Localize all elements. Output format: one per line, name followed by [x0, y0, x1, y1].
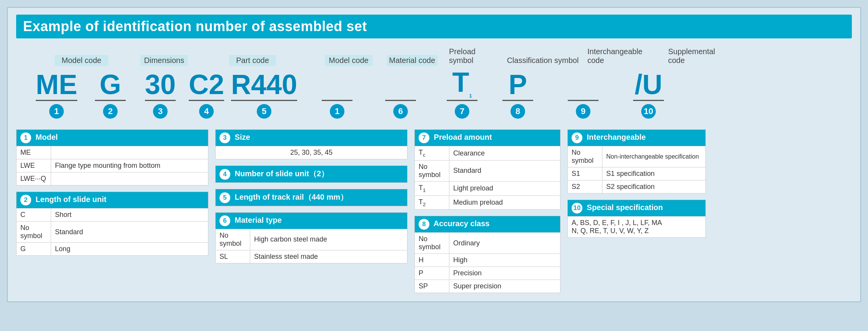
label-supplemental-code: Supplemental code [666, 46, 735, 66]
main-container: Example of identification number of asse… [7, 7, 861, 302]
label-material-code: Material code [387, 55, 437, 66]
table-row: T2 Medium preload [415, 195, 560, 210]
code-t1: T1 [447, 68, 477, 101]
table-row: LWE Flange type mounting from bottom [17, 159, 208, 172]
label-classification-symbol: Classification symbol [505, 55, 581, 66]
header-circle-9: 9 [572, 132, 582, 143]
number-7: 7 [455, 104, 469, 119]
number-3: 3 [153, 104, 168, 119]
header-circle-6: 6 [219, 215, 230, 226]
header-circle-7: 7 [419, 132, 429, 143]
tables-section: 1 Model ME LWE Flange type mounting from… [16, 129, 852, 293]
table-row: 25, 30, 35, 45 [216, 146, 407, 159]
label-model-code-2: Model code [325, 55, 372, 66]
header-circle-8: 8 [419, 219, 429, 230]
preload-table: 7 Preload amount Tc Clearance No symbol … [414, 129, 560, 210]
table-row: G Long [17, 243, 208, 256]
table-row: No symbol Non-interchangeable specificat… [568, 146, 706, 167]
table-row: H High [415, 254, 560, 267]
code-blank-9 [568, 71, 599, 101]
number-5: 5 [257, 104, 271, 119]
number-1a: 1 [49, 104, 64, 119]
length-track-header: 5 Length of track rail（440 mm） [216, 189, 407, 206]
table-row: No symbol Standard [415, 160, 560, 181]
header-circle-3: 3 [219, 132, 230, 143]
num-slide-table: 4 Number of slide unit（2） [215, 166, 407, 183]
table-row: A, BS, D, E, F, I , J, L, LF, MAN, Q, RE… [568, 217, 706, 238]
header-circle-2: 2 [20, 195, 31, 205]
table-row: LWE···Q [17, 172, 208, 185]
code-me: ME [36, 71, 77, 101]
table-row: SP Super precision [415, 280, 560, 293]
table-row: S1 S1 specification [568, 167, 706, 180]
size-table: 3 Size 25, 30, 35, 45 [215, 129, 407, 159]
table-row: T1 Light preload [415, 181, 560, 195]
num-slide-header: 4 Number of slide unit（2） [216, 166, 407, 183]
table-row: Tc Clearance [415, 146, 560, 161]
interchangeable-header: 9 Interchangeable [568, 130, 706, 146]
header-circle-5: 5 [219, 192, 230, 203]
special-table: 10 Special specification A, BS, D, E, F,… [567, 200, 706, 238]
table-row: No symbol High carbon steel made [216, 229, 407, 250]
code-slash-u: /U [633, 71, 664, 101]
code-c2: C2 [189, 71, 224, 101]
page-title: Example of identification number of asse… [16, 15, 852, 38]
number-10: 10 [641, 104, 656, 119]
interchangeable-table: 9 Interchangeable No symbol Non-intercha… [567, 129, 706, 194]
table-row: SL Stainless steel made [216, 250, 407, 263]
number-8: 8 [510, 104, 525, 119]
material-table: 6 Material type No symbol High carbon st… [215, 212, 407, 263]
model-table: 1 Model ME LWE Flange type mounting from… [16, 129, 208, 185]
special-header: 10 Special specification [568, 200, 706, 217]
header-circle-1: 1 [20, 132, 31, 143]
label-interchangeable-code: Interchangeable code [585, 46, 662, 66]
header-circle-4: 4 [219, 169, 230, 180]
material-header: 6 Material type [216, 212, 407, 229]
accuracy-header: 8 Accuracy class [415, 216, 560, 233]
number-1b: 1 [330, 104, 344, 119]
code-blank-6 [385, 71, 416, 101]
accuracy-table: 8 Accuracy class No symbol Ordinary H Hi… [414, 216, 560, 293]
number-9: 9 [576, 104, 590, 119]
table-row: No symbol Standard [17, 222, 208, 243]
preload-header: 7 Preload amount [415, 130, 560, 146]
length-slide-header: 2 Length of slide unit [17, 192, 208, 209]
code-r440: R440 [231, 71, 297, 101]
table-row: S2 S2 specification [568, 180, 706, 194]
model-header: 1 Model [17, 130, 208, 146]
code-g: G [95, 71, 126, 101]
table-row: C Short [17, 209, 208, 222]
label-model-code-1: Model code [55, 55, 108, 66]
header-circle-10: 10 [572, 203, 582, 213]
table-row: P Precision [415, 267, 560, 280]
label-dimensions: Dimensions [140, 55, 188, 66]
length-track-table: 5 Length of track rail（440 mm） [215, 189, 407, 206]
label-part-code: Part code [229, 55, 276, 66]
number-2: 2 [103, 104, 118, 119]
code-30: 30 [145, 71, 176, 101]
code-p: P [502, 71, 533, 101]
number-6: 6 [393, 104, 408, 119]
length-slide-table: 2 Length of slide unit C Short No symbol… [16, 192, 208, 256]
size-header: 3 Size [216, 130, 407, 146]
number-4: 4 [199, 104, 214, 119]
table-row: No symbol Ordinary [415, 233, 560, 254]
table-row: ME [17, 146, 208, 159]
header-diagram: Model code Dimensions Part code Model co… [16, 46, 852, 119]
label-preload-symbol: Preload symbol [447, 46, 501, 66]
code-blank-1 [322, 71, 353, 101]
